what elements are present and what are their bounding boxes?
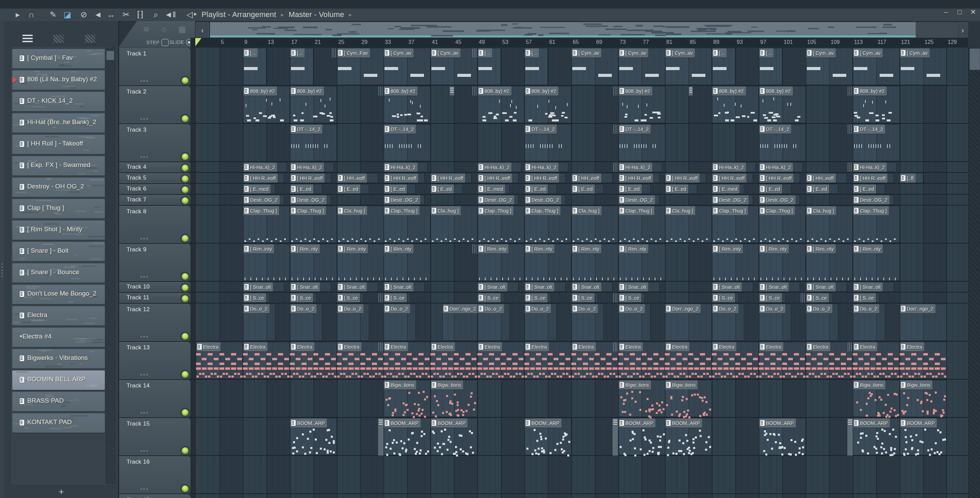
clip[interactable]: [ Snar..olt [759,282,800,292]
playlist-hscrollbar[interactable] [210,22,956,39]
clip[interactable]: [ Rim..inty [712,244,759,281]
clip[interactable]: [ S..ce [290,293,317,303]
clip[interactable]: 808..by) #2 [243,86,290,123]
mini-clip[interactable] [847,418,853,456]
clip[interactable]: Cla..hug ] [806,206,853,243]
clip[interactable]: [ HH R..eoff [853,173,894,183]
breadcrumb-playlist[interactable]: Playlist - Arrangement [202,10,276,19]
clip[interactable]: Do..o_2 [477,304,510,341]
clip[interactable]: Bigw..tions [430,380,477,417]
pattern-tile[interactable]: [ Snare ] - Bolt [12,242,105,261]
clip[interactable]: [ HH R..eoff [712,173,753,183]
clip[interactable]: [ S..ce [571,293,598,303]
clip[interactable]: [ S..ce [337,293,363,303]
hscrollbar-handle[interactable] [210,22,916,38]
track-header[interactable]: Track 1••• [119,48,191,85]
clip[interactable]: Hi-Ha..k)_2 [759,162,803,172]
mini-clip[interactable] [688,86,693,96]
clip[interactable]: [ .. [477,48,501,85]
pattern-tile[interactable]: [ Rim Shot ] - Minty [12,220,105,240]
zoom-select-icon[interactable]: ⁅⁆ [134,8,147,21]
clip[interactable]: Clap..Thug ] [383,206,430,243]
clip[interactable]: [ Rim..nty [290,244,337,281]
clip[interactable]: [ HH R..eoff [290,173,331,183]
clip[interactable]: [ .. [759,48,782,85]
clip[interactable]: [ HH R..eoff [430,173,472,183]
track-mute-led[interactable] [181,446,189,455]
clip[interactable]: Do..o_2 [712,304,744,341]
clip[interactable]: [ S..ce [383,293,410,303]
clip[interactable]: [ E..ed [290,184,322,194]
clip[interactable]: [ E..ed [853,184,885,194]
playlist-vscrollbar[interactable] [968,48,980,498]
dock-handle[interactable] [2,263,3,277]
mini-clip[interactable] [449,86,455,96]
clip[interactable]: [ S..ce [806,293,832,303]
playlist-grid[interactable]: [ ..[ ..[ Cym..Fav[ Cym..av[ Cym..av[ ..… [191,48,968,498]
clip[interactable]: Don'..ngo_2 [442,304,477,341]
track-header[interactable]: Track 10 [119,282,191,292]
slide-icon[interactable]: ↔ [104,8,118,21]
picker-sparkle-icon[interactable] [53,35,64,43]
slip-edit-icon[interactable]: ✎ [46,8,60,21]
clip[interactable]: Do..o_2 [759,304,791,341]
timeline-ruler[interactable]: 5913172125293337414549535761656973778185… [191,38,968,48]
pattern-tile[interactable]: [ Exp. FX ] - Swarmed [12,156,105,175]
clip[interactable]: Destr..OG_2 [524,195,566,205]
clip[interactable]: Hi-Ha..k)_2 [524,162,568,172]
clip[interactable]: [ Cym..av [665,48,712,85]
clip[interactable]: [ Snar..olt [571,282,612,292]
clip[interactable]: [ E..ed [571,184,604,194]
clip[interactable]: [ Snar..olt [383,282,425,292]
clip[interactable]: [ E..ed [524,184,557,194]
clip[interactable]: Don'..ngo_2 [900,304,947,341]
clip[interactable]: [ Rim..nty [383,244,430,281]
breadcrumb-master[interactable]: Master - Volume [288,10,344,19]
speaker-step-icon[interactable]: ◄‖ [163,8,177,21]
clip[interactable]: Do..o_2 [337,304,369,341]
clip[interactable]: Destr..OG_2 [712,195,753,205]
clip[interactable]: [ E..med [712,184,744,194]
track-header[interactable]: Track 17 [119,494,191,498]
clip[interactable]: [ Cym..av [806,48,853,85]
clip[interactable]: [ .. [243,48,266,85]
piano-icon[interactable]: ▦ [178,24,186,34]
clip[interactable]: Do..o_2 [853,304,885,341]
clip[interactable]: Clap..Thug ] [712,206,759,243]
pattern-tile[interactable]: Destroy - OH OG_2 [12,178,105,197]
clip[interactable]: [ Rim..nty [571,244,618,281]
track-mute-led[interactable] [181,272,189,281]
clip[interactable]: [ HH R..eoff [618,173,659,183]
clip[interactable]: [ Rim..inty [243,244,290,281]
scroll-right-button[interactable]: › [956,22,969,39]
scroll-left-button[interactable]: ‹ [196,22,209,39]
play-icon[interactable]: ▸ [11,8,24,21]
track-header[interactable]: Track 14••• [119,380,191,417]
clip[interactable]: [ HH R..eoff [383,173,425,183]
clip[interactable]: [ Rim..inty [477,244,524,281]
speaker-mute-icon[interactable]: ◄ [91,8,105,21]
track-mute-led[interactable] [181,175,189,183]
clip[interactable]: [ Cym..av [430,48,477,85]
paint-icon[interactable]: ◪ [60,8,74,21]
track-header[interactable]: Track 5 [119,173,191,183]
clip[interactable]: BOOM..ARP [759,418,806,455]
clip[interactable]: [ S..ce [759,293,785,303]
clip[interactable]: [ HH R..eoff [524,173,566,183]
clip[interactable]: [ S..ce [712,293,738,303]
track-mute-led[interactable] [181,164,189,172]
track-header[interactable]: Track 9••• [119,244,191,281]
mute-icon[interactable]: ⊘ [77,8,91,21]
track-header[interactable]: Track 2••• [119,86,191,124]
clip[interactable]: Do..o_2 [618,304,651,341]
pattern-tile[interactable]: Hi-Hat (Bre..he Bank)_2 [12,113,105,133]
mini-clip[interactable] [612,418,618,456]
clip[interactable]: [ Snar..olt [243,282,284,292]
playhead-marker[interactable] [195,38,202,46]
clip[interactable]: Do..o_2 [290,304,322,341]
clip[interactable]: [ S..ce [477,293,504,303]
clip[interactable]: [ Rim..nty [759,244,806,281]
clip[interactable]: Destr..OG_2 [618,195,659,205]
wave-icon[interactable]: ≋ [143,24,150,34]
magnet-icon[interactable]: ∩ [24,8,38,21]
